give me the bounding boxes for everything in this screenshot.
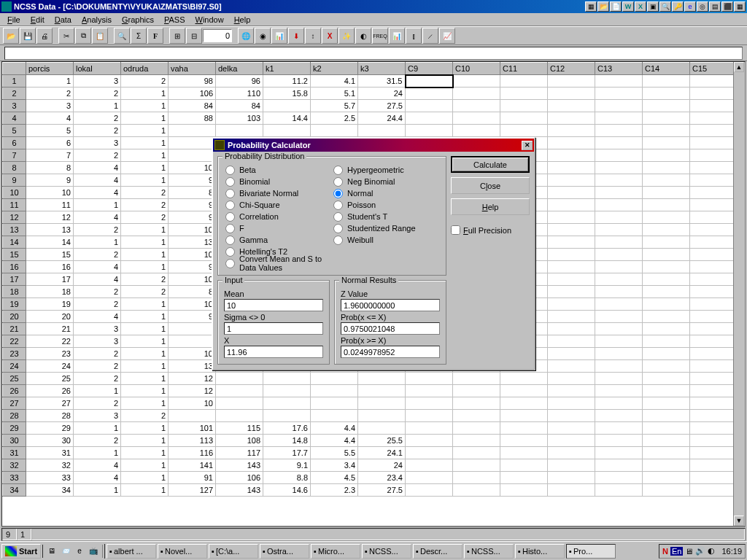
cell[interactable]: 11 <box>26 199 74 211</box>
cell[interactable] <box>690 373 738 385</box>
cell[interactable] <box>595 447 643 459</box>
cell[interactable]: 2 <box>121 273 169 286</box>
cell[interactable] <box>548 298 595 311</box>
row-header[interactable]: 9 <box>3 174 26 187</box>
column-header[interactable]: odruda <box>121 63 169 75</box>
cell[interactable]: 1 <box>121 447 169 459</box>
column-header[interactable]: porcis <box>26 63 74 75</box>
print-icon[interactable]: 🖨 <box>36 28 53 44</box>
cell[interactable] <box>690 224 738 236</box>
cell[interactable] <box>690 484 738 497</box>
cell[interactable]: 20 <box>26 311 74 323</box>
column-header[interactable]: k3 <box>358 63 406 75</box>
column-header[interactable]: C9 <box>406 63 453 75</box>
row-header[interactable]: 2 <box>3 88 26 100</box>
cell[interactable]: 6 <box>26 137 74 149</box>
cell[interactable] <box>690 187 738 199</box>
cell[interactable] <box>453 397 500 410</box>
cell[interactable] <box>643 422 690 435</box>
cell[interactable] <box>595 187 643 199</box>
cell[interactable] <box>406 88 453 100</box>
cell[interactable]: 11.2 <box>263 75 311 88</box>
cell[interactable] <box>453 385 500 397</box>
row-header[interactable]: 28 <box>3 410 26 422</box>
cell[interactable]: 2.3 <box>311 484 358 497</box>
cell[interactable] <box>453 484 500 497</box>
row-header[interactable]: 12 <box>3 211 26 224</box>
cell[interactable] <box>643 125 690 137</box>
column-header[interactable]: delka <box>216 63 263 75</box>
row-header[interactable]: 30 <box>3 435 26 447</box>
cell[interactable] <box>548 174 595 187</box>
cell[interactable]: 4 <box>74 261 121 273</box>
cell[interactable]: 13 <box>169 360 216 373</box>
cell[interactable]: 19 <box>26 298 74 311</box>
cell[interactable]: 10 <box>169 224 216 236</box>
cell[interactable] <box>548 88 595 100</box>
cell[interactable]: 12 <box>169 373 216 385</box>
cell[interactable] <box>595 385 643 397</box>
cell[interactable]: 2 <box>74 224 121 236</box>
cell[interactable] <box>643 397 690 410</box>
tray-icon[interactable]: ▤ <box>709 1 721 12</box>
cell[interactable] <box>548 447 595 459</box>
formula-input[interactable] <box>4 47 743 60</box>
cell[interactable] <box>690 472 738 484</box>
tray-icon[interactable]: N <box>662 547 668 556</box>
cell[interactable] <box>690 112 738 125</box>
tool-icon[interactable]: ⊞ <box>169 28 185 44</box>
cell[interactable]: 26 <box>26 385 74 397</box>
cell[interactable]: 4.5 <box>311 472 358 484</box>
tool-icon[interactable]: ⫿ <box>406 28 422 44</box>
tray-icon[interactable]: 📂 <box>597 1 609 12</box>
cell[interactable] <box>500 447 548 459</box>
cell[interactable] <box>595 459 643 472</box>
cell[interactable]: 141 <box>169 459 216 472</box>
row-header[interactable]: 6 <box>3 137 26 149</box>
cell[interactable]: 1 <box>121 298 169 311</box>
cell[interactable]: 4 <box>26 112 74 125</box>
cell[interactable] <box>690 249 738 261</box>
cell[interactable]: 1 <box>121 348 169 360</box>
cell[interactable] <box>500 112 548 125</box>
cell[interactable]: 8.8 <box>263 472 311 484</box>
cell[interactable]: 30 <box>26 435 74 447</box>
cell[interactable]: 106 <box>216 472 263 484</box>
cell[interactable]: 4 <box>74 459 121 472</box>
tray-icon[interactable]: X <box>635 1 646 12</box>
cell[interactable] <box>500 397 548 410</box>
cell[interactable]: 9 <box>169 311 216 323</box>
cell[interactable] <box>690 410 738 422</box>
cell[interactable] <box>690 348 738 360</box>
ql-icon[interactable]: 🖥 <box>45 545 58 558</box>
radio-poisson[interactable] <box>333 201 343 210</box>
column-header[interactable]: k2 <box>311 63 358 75</box>
radio-bivariate-normal[interactable] <box>225 189 235 198</box>
cell[interactable]: 14.8 <box>263 435 311 447</box>
cell[interactable] <box>595 174 643 187</box>
radio-binomial[interactable] <box>225 177 235 187</box>
cell[interactable]: 1 <box>121 385 169 397</box>
row-header[interactable]: 22 <box>3 335 26 348</box>
cell[interactable] <box>690 459 738 472</box>
cell[interactable] <box>311 125 358 137</box>
cell[interactable]: 1 <box>121 323 169 335</box>
cell[interactable] <box>453 373 500 385</box>
cell[interactable] <box>595 100 643 112</box>
cell[interactable]: 1 <box>121 472 169 484</box>
cell[interactable] <box>358 385 406 397</box>
cell[interactable]: 2 <box>121 286 169 298</box>
tray-icon[interactable]: W <box>622 1 634 12</box>
cell[interactable] <box>358 397 406 410</box>
cell[interactable]: 1 <box>121 125 169 137</box>
cell[interactable] <box>643 410 690 422</box>
cell[interactable]: 1 <box>26 75 74 88</box>
output-field[interactable] <box>341 346 440 358</box>
cell[interactable] <box>548 348 595 360</box>
cell[interactable] <box>406 435 453 447</box>
cell[interactable] <box>595 472 643 484</box>
input-mean[interactable] <box>224 299 323 311</box>
cell[interactable]: 3 <box>26 100 74 112</box>
cell[interactable] <box>595 125 643 137</box>
cell[interactable]: 22 <box>26 335 74 348</box>
